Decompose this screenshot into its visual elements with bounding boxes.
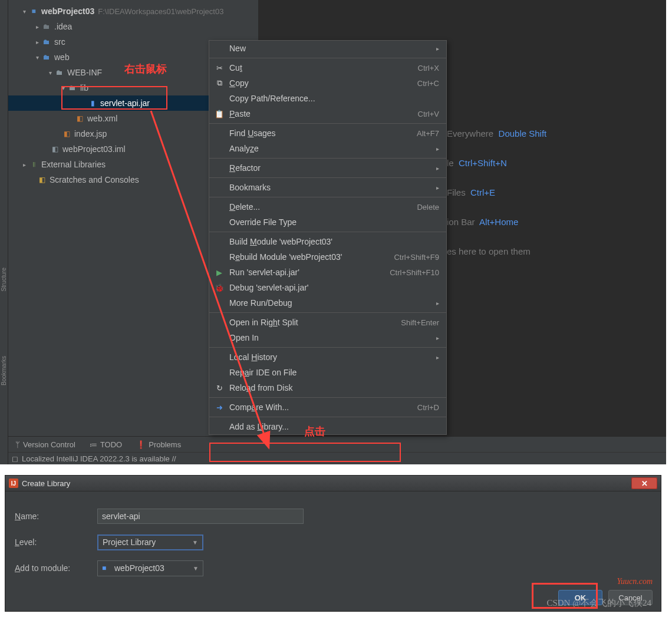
tree-node-idea[interactable]: ▸🖿.idea	[8, 19, 258, 34]
menu-label: Bookmarks	[229, 183, 271, 192]
menu-icon: 📋	[214, 110, 225, 118]
menu-shortcut: Ctrl+C	[417, 79, 439, 88]
sidebar-bookmarks[interactable]: Bookmarks	[1, 356, 7, 385]
menu-item-delete[interactable]: Delete...Delete	[209, 199, 446, 215]
menu-item-repair-ide-on-file[interactable]: Repair IDE on File	[209, 365, 446, 380]
menu-label: More Run/Debug	[229, 298, 292, 308]
menu-label: Analyze	[229, 144, 259, 153]
menu-icon: ▶	[214, 268, 225, 277]
menu-shortcut: Delete	[417, 203, 439, 212]
menu-separator	[209, 58, 446, 58]
menu-label: Rebuild Module 'webProject03'	[229, 252, 342, 262]
name-input[interactable]	[97, 509, 304, 524]
app-icon: IJ	[9, 479, 18, 488]
chevron-down-icon: ▼	[193, 565, 199, 572]
chevron-down-icon: ▼	[192, 539, 198, 546]
create-library-dialog[interactable]: IJ Create Library ✕ Name: Level: Project…	[5, 475, 661, 612]
ide-window: Structure Bookmarks ▾ ■ webProject03 F:\…	[0, 0, 666, 464]
status-message: ◻Localized IntelliJ IDEA 2022.2.3 is ava…	[8, 452, 666, 464]
menu-item-paste[interactable]: 📋PasteCtrl+V	[209, 106, 446, 121]
chevron-right-icon: ▸	[436, 335, 439, 341]
menu-item-open-in-right-split[interactable]: Open in Right SplitShift+Enter	[209, 315, 446, 330]
watermark-yuucn: Yuucn.com	[617, 577, 653, 586]
menu-label: Delete...	[229, 202, 260, 212]
module-combo[interactable]: ■webProject03▼	[97, 560, 203, 576]
menu-shortcut: Ctrl+Shift+F9	[394, 253, 439, 262]
menu-icon: ➜	[214, 403, 225, 412]
menu-item-open-in[interactable]: Open In▸	[209, 330, 446, 345]
menu-separator	[209, 232, 446, 232]
level-combo[interactable]: Project Library▼	[97, 534, 203, 550]
chevron-down-icon[interactable]: ▾	[59, 85, 67, 91]
menu-label: Refactor	[229, 163, 261, 173]
menu-icon: ✂	[214, 64, 225, 72]
status-todo[interactable]: ≔TODO	[83, 440, 129, 449]
chevron-right-icon: ▸	[436, 354, 439, 361]
scratches-icon: ◧	[37, 174, 47, 185]
folder-icon: 🖿	[67, 83, 78, 93]
menu-shortcut: Ctrl+X	[418, 64, 439, 72]
status-problems[interactable]: ❗Problems	[129, 440, 188, 449]
menu-item-compare-with[interactable]: ➜Compare With...Ctrl+D	[209, 400, 446, 415]
menu-item-run-servlet-api-jar[interactable]: ▶Run 'servlet-api.jar'Ctrl+Shift+F10	[209, 265, 446, 280]
menu-item-local-history[interactable]: Local History▸	[209, 349, 446, 365]
menu-item-copy-path-reference[interactable]: Copy Path/Reference...	[209, 91, 446, 106]
left-gutter: Structure Bookmarks	[0, 0, 8, 464]
menu-item-cut[interactable]: ✂CutCtrl+X	[209, 60, 446, 75]
chevron-down-icon[interactable]: ▾	[46, 70, 54, 76]
dialog-container: IJ Create Library ✕ Name: Level: Project…	[0, 475, 666, 614]
menu-separator	[209, 197, 446, 197]
menu-item-add-as-library[interactable]: Add as Library...	[209, 419, 446, 434]
menu-item-bookmarks[interactable]: Bookmarks▸	[209, 180, 446, 195]
module-label: Add to module:	[15, 563, 97, 573]
menu-label: Copy	[229, 78, 249, 88]
xml-file-icon: ◧	[74, 113, 85, 124]
context-menu[interactable]: New▸✂CutCtrl+X⧉CopyCtrl+CCopy Path/Refer…	[209, 40, 447, 435]
menu-shortcut: Shift+Enter	[401, 318, 439, 327]
menu-shortcut: Ctrl+Shift+F10	[390, 268, 439, 277]
folder-icon: 🖿	[41, 21, 52, 32]
menu-label: Open in Right Split	[229, 318, 298, 327]
chevron-right-icon: ▸	[436, 45, 439, 52]
project-path: F:\IDEAWorkspaces01\webProject03	[98, 7, 223, 16]
popup-icon: ◻	[12, 454, 18, 463]
menu-shortcut: Ctrl+V	[418, 110, 439, 118]
menu-label: Build Module 'webProject03'	[229, 237, 332, 246]
chevron-right-icon[interactable]: ▸	[33, 24, 41, 30]
menu-label: Repair IDE on File	[229, 368, 297, 377]
menu-item-debug-servlet-api-jar[interactable]: 🐞Debug 'servlet-api.jar'	[209, 280, 446, 295]
sidebar-structure[interactable]: Structure	[1, 268, 7, 292]
menu-item-more-run-debug[interactable]: More Run/Debug▸	[209, 295, 446, 311]
menu-item-reload-from-disk[interactable]: ↻Reload from Disk	[209, 380, 446, 395]
menu-shortcut: Ctrl+D	[417, 403, 439, 412]
tree-project-root[interactable]: ▾ ■ webProject03 F:\IDEAWorkspaces01\web…	[8, 4, 258, 19]
chevron-down-icon[interactable]: ▾	[20, 8, 28, 15]
branch-icon: ᛘ	[15, 440, 20, 449]
menu-item-rebuild-module-webproject03[interactable]: Rebuild Module 'webProject03'Ctrl+Shift+…	[209, 249, 446, 265]
menu-item-override-file-type[interactable]: Override File Type	[209, 215, 446, 230]
watermark-csdn: CSDN @不会飞的小飞侠24	[546, 598, 651, 609]
menu-item-analyze[interactable]: Analyze▸	[209, 141, 446, 156]
dialog-body: Name: Level: Project Library▼ Add to mod…	[5, 491, 661, 587]
menu-separator	[209, 312, 446, 313]
menu-item-new[interactable]: New▸	[209, 41, 446, 56]
libraries-icon: ⫴	[28, 159, 39, 170]
chevron-right-icon[interactable]: ▸	[33, 39, 41, 45]
name-label: Name:	[15, 512, 97, 521]
dialog-titlebar[interactable]: IJ Create Library ✕	[5, 476, 661, 491]
menu-item-build-module-webproject03[interactable]: Build Module 'webProject03'	[209, 234, 446, 249]
chevron-down-icon[interactable]: ▾	[33, 54, 41, 61]
folder-icon: 🖿	[54, 67, 65, 78]
problems-icon: ❗	[136, 440, 146, 449]
menu-item-find-usages[interactable]: Find UsagesAlt+F7	[209, 126, 446, 141]
hint-goto-file: le Ctrl+Shift+N	[447, 158, 507, 168]
status-bar-tools: ᛘVersion Control ≔TODO ❗Problems	[8, 436, 666, 452]
close-icon[interactable]: ✕	[631, 477, 657, 489]
menu-label: Override File Type	[229, 217, 297, 227]
chevron-right-icon[interactable]: ▸	[20, 161, 28, 168]
source-folder-icon: 🖿	[41, 37, 52, 47]
status-version-control[interactable]: ᛘVersion Control	[8, 440, 83, 449]
menu-item-refactor[interactable]: Refactor▸	[209, 160, 446, 176]
menu-item-copy[interactable]: ⧉CopyCtrl+C	[209, 75, 446, 91]
menu-separator	[209, 177, 446, 178]
